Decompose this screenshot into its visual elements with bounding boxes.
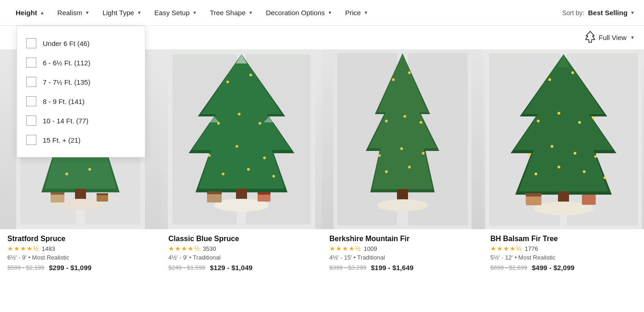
sort-label: Sort by:: [562, 9, 584, 17]
price-sale-3: $199 - $1,649: [371, 264, 414, 272]
sort-value: Best Selling: [588, 9, 627, 17]
chevron-down-icon: ▼: [137, 10, 142, 15]
svg-point-54: [408, 71, 411, 74]
price-sale-1: $299 - $1,099: [49, 264, 92, 272]
height-option-2[interactable]: 7 - 7½ Ft. (135): [26, 72, 136, 92]
sort-select[interactable]: Best Selling ▼: [588, 9, 635, 17]
height-option-1[interactable]: 6 - 6½ Ft. (112): [26, 53, 136, 72]
svg-marker-0: [586, 31, 595, 42]
filter-easy-setup[interactable]: Easy Setup ▼: [148, 5, 204, 20]
height-checkbox-2[interactable]: [26, 77, 36, 87]
svg-point-16: [88, 168, 91, 171]
view-chevron-icon: ▼: [630, 35, 635, 40]
height-checkbox-4[interactable]: [26, 116, 36, 126]
filter-price-label: Price: [345, 9, 361, 17]
svg-point-60: [422, 152, 425, 155]
product-image-3: [322, 50, 483, 229]
chevron-up-icon: ▲: [40, 10, 45, 15]
filter-price[interactable]: Price ▼: [339, 5, 374, 20]
svg-point-31: [226, 81, 229, 83]
height-option-3[interactable]: 8 - 9 Ft. (141): [26, 92, 136, 111]
height-option-4-label: 10 - 14 Ft. (77): [43, 117, 88, 125]
stars-3: ★★★★½: [329, 245, 361, 252]
svg-point-64: [377, 199, 428, 211]
svg-point-78: [551, 145, 553, 148]
svg-point-55: [385, 120, 388, 122]
review-count-2: 3530: [203, 245, 216, 252]
svg-point-71: [548, 78, 551, 81]
svg-point-38: [263, 156, 266, 159]
height-checkbox-3[interactable]: [26, 96, 36, 106]
review-count-1: 1483: [42, 245, 55, 252]
price-original-4: $699 - $2,699: [490, 264, 527, 271]
full-view-label: Full View: [599, 34, 627, 41]
filter-realism[interactable]: Realism ▼: [51, 5, 96, 20]
svg-rect-88: [526, 193, 541, 196]
filter-bar: Height ▲ Realism ▼ Light Type ▼ Easy Set…: [0, 0, 644, 26]
filter-tree-shape-label: Tree Shape: [210, 9, 246, 17]
svg-point-83: [583, 170, 586, 173]
product-card-2[interactable]: Classic Blue Spruce ★★★★½ 3530 4½' - 9' …: [161, 50, 322, 279]
height-checkbox-1[interactable]: [26, 58, 36, 68]
svg-rect-20: [51, 192, 64, 195]
tree-view-icon: [585, 30, 595, 45]
filter-decoration-options[interactable]: Decoration Options ▼: [259, 5, 339, 20]
svg-point-35: [259, 122, 261, 125]
tree-svg-4: [485, 50, 642, 229]
stars-2: ★★★★½: [168, 245, 200, 252]
svg-rect-22: [97, 193, 108, 195]
svg-point-36: [208, 154, 211, 157]
stars-1: ★★★★½: [7, 245, 39, 252]
svg-point-40: [247, 168, 250, 171]
svg-point-41: [272, 175, 275, 178]
filter-light-type[interactable]: Light Type ▼: [96, 5, 148, 20]
height-option-5-label: 15 Ft. + (21): [43, 136, 80, 144]
svg-point-58: [378, 154, 381, 157]
product-image-4: [483, 50, 644, 229]
height-option-1-label: 6 - 6½ Ft. (112): [43, 59, 90, 67]
svg-point-76: [592, 116, 595, 119]
svg-rect-47: [258, 192, 270, 195]
svg-point-39: [222, 173, 224, 175]
filter-height[interactable]: Height ▲: [9, 5, 51, 20]
tree-svg-3: [334, 50, 472, 229]
price-original-1: $599 - $2,199: [7, 264, 44, 271]
svg-point-84: [604, 176, 606, 179]
height-option-5[interactable]: 15 Ft. + (21): [26, 130, 136, 150]
svg-point-72: [571, 71, 574, 74]
chevron-down-icon: ▼: [328, 10, 332, 15]
height-option-4[interactable]: 10 - 14 Ft. (77): [26, 111, 136, 130]
svg-point-57: [420, 121, 422, 124]
svg-point-74: [558, 112, 560, 115]
product-name-4: BH Balsam Fir Tree: [490, 235, 637, 243]
product-info-3: Berkshire Mountain Fir ★★★★½ 1009 4½' - …: [322, 229, 483, 272]
price-sale-2: $129 - $1,049: [210, 264, 253, 272]
filter-light-type-label: Light Type: [103, 9, 134, 17]
price-original-3: $399 - $3,299: [329, 264, 366, 271]
height-option-0[interactable]: Under 6 Ft (46): [26, 34, 136, 53]
height-option-2-label: 7 - 7½ Ft. (135): [43, 78, 90, 86]
chevron-down-icon: ▼: [192, 10, 197, 15]
height-option-0-label: Under 6 Ft (46): [43, 40, 90, 47]
product-card-3[interactable]: Berkshire Mountain Fir ★★★★½ 1009 4½' - …: [322, 50, 483, 279]
product-prices-2: $249 - $1,599 $129 - $1,049: [168, 264, 315, 272]
svg-point-81: [535, 173, 537, 175]
filter-realism-label: Realism: [58, 9, 82, 17]
height-checkbox-5[interactable]: [26, 135, 36, 145]
height-checkbox-0[interactable]: [26, 38, 36, 48]
product-rating-3: ★★★★½ 1009: [329, 245, 476, 252]
filter-tree-shape[interactable]: Tree Shape ▼: [203, 5, 259, 20]
review-count-3: 1009: [364, 245, 377, 252]
svg-point-82: [558, 166, 560, 168]
product-card-4[interactable]: BH Balsam Fir Tree ★★★★½ 1776 5½' - 12' …: [483, 50, 644, 279]
height-option-3-label: 8 - 9 Ft. (141): [43, 98, 85, 105]
svg-point-37: [236, 145, 238, 148]
full-view-button[interactable]: Full View ▼: [585, 30, 635, 45]
product-info-4: BH Balsam Fir Tree ★★★★½ 1776 5½' - 12' …: [483, 229, 644, 272]
tree-svg-2: [168, 50, 315, 229]
svg-point-15: [65, 173, 68, 175]
product-prices-4: $699 - $2,699 $499 - $2,099: [490, 264, 637, 272]
stars-4: ★★★★½: [490, 245, 522, 252]
sort-chevron-icon: ▼: [630, 10, 635, 15]
svg-point-56: [403, 115, 406, 118]
